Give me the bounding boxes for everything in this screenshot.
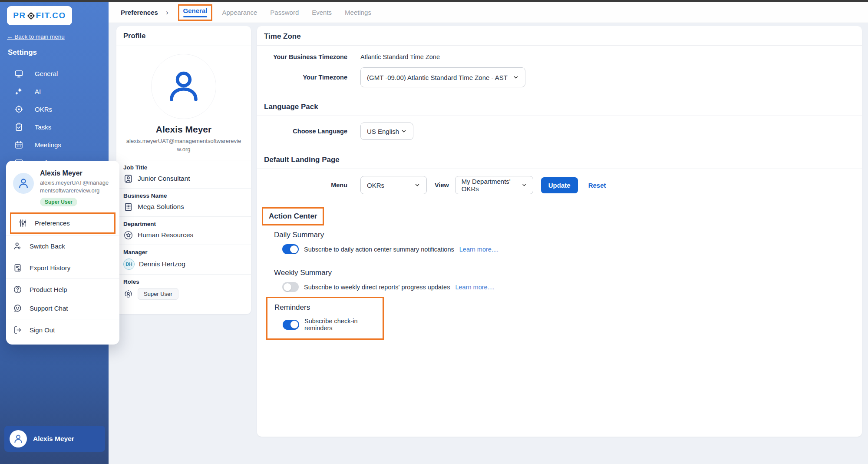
field-business-name: Business Name Mega Solutions: [116, 189, 251, 217]
view-label: View: [435, 182, 449, 189]
sidebar-item-ai[interactable]: AI: [0, 83, 109, 100]
reset-link[interactable]: Reset: [588, 182, 606, 189]
sidebar-heading: Settings: [8, 48, 37, 57]
field-value: Mega Solutions: [138, 203, 184, 211]
sidebar-user-button[interactable]: Alexis Meyer: [4, 426, 105, 452]
field-label: Business Name: [123, 192, 244, 199]
popup-item-label: Switch Back: [30, 242, 65, 250]
popup-item-sign-out[interactable]: Sign Out: [6, 321, 119, 339]
tab-general[interactable]: General: [183, 7, 208, 14]
weekly-learn-more-link[interactable]: Learn more....: [455, 284, 494, 291]
tab-password[interactable]: Password: [270, 9, 299, 16]
reminders-title: Reminders: [274, 303, 383, 312]
field-roles: Roles Super User: [116, 275, 251, 304]
tab-events[interactable]: Events: [312, 9, 332, 16]
daily-learn-more-link[interactable]: Learn more....: [459, 246, 498, 253]
your-timezone-label: Your Timezone: [257, 74, 347, 81]
person-icon: [17, 177, 30, 190]
export-document-icon: [13, 263, 22, 272]
sidebar-item-tasks[interactable]: Tasks: [0, 118, 109, 136]
chevron-down-icon: [401, 128, 407, 134]
profile-summary: Alexis Meyer alexis.meyerUAT@managements…: [116, 46, 251, 160]
field-label: Manager: [123, 249, 244, 255]
view-select[interactable]: My Departments' OKRs: [455, 176, 533, 194]
menu-select[interactable]: OKRs: [360, 176, 427, 194]
sidebar-item-okrs[interactable]: OKRs: [0, 100, 109, 118]
timezone-section-title: Time Zone: [264, 32, 862, 41]
language-section-title: Language Pack: [264, 103, 862, 111]
popup-item-label: Preferences: [35, 219, 70, 227]
chevron-down-icon: [513, 74, 519, 80]
monitor-icon: [14, 69, 23, 78]
sliders-icon: [18, 219, 27, 228]
field-manager: Manager DH Dennis Hertzog: [116, 245, 251, 275]
profitco-logo[interactable]: PR FIT.CO: [7, 6, 72, 25]
field-department: Department Human Resources: [116, 217, 251, 245]
reminders-toggle[interactable]: [283, 320, 299, 330]
clipboard-check-icon: [14, 123, 23, 132]
popup-item-preferences[interactable]: Preferences: [11, 214, 114, 232]
popup-item-export-history[interactable]: Export History: [6, 259, 119, 277]
popup-item-label: Sign Out: [30, 326, 55, 334]
timezone-select-value: (GMT -09.00) Atlantic Standard Time Zone…: [367, 74, 508, 81]
tab-meetings[interactable]: Meetings: [345, 9, 371, 16]
choose-language-row: Choose Language US English: [257, 123, 862, 140]
profile-avatar[interactable]: [151, 54, 216, 119]
action-center-annotation-box: Action Center: [262, 207, 324, 225]
popup-item-label: Support Chat: [30, 305, 68, 312]
tab-appearance[interactable]: Appearance: [222, 9, 257, 16]
star-circle-icon: [123, 230, 133, 240]
field-value: Human Resources: [138, 231, 193, 239]
divider: [6, 235, 119, 235]
sidebar-user-name: Alexis Meyer: [33, 435, 74, 443]
role-chip[interactable]: Super User: [138, 288, 178, 300]
back-to-main-menu-link[interactable]: ← Back to main menu: [7, 33, 65, 40]
popup-user-avatar: [13, 173, 34, 194]
reminders-annotation-box: Reminders Subscribe check-in reminders: [266, 297, 384, 340]
divider: [6, 278, 119, 279]
divider: [257, 116, 862, 116]
divider: [6, 319, 119, 319]
weekly-summary-toggle[interactable]: [282, 282, 299, 292]
business-timezone-value: Atlantic Standard Time Zone: [360, 53, 440, 60]
sidebar-item-meetings[interactable]: Meetings: [0, 136, 109, 154]
sidebar-item-general[interactable]: General: [0, 65, 109, 83]
popup-item-product-help[interactable]: Product Help: [6, 280, 119, 299]
weekly-summary-row: Subscribe to weekly direct reports' prog…: [282, 282, 862, 292]
chat-smiley-icon: [13, 304, 22, 313]
divider: [257, 169, 862, 169]
chevron-down-icon: [414, 182, 420, 188]
popup-item-support-chat[interactable]: Support Chat: [6, 299, 119, 318]
popup-item-switch-back[interactable]: Switch Back: [6, 237, 119, 255]
daily-summary-text: Subscribe to daily action center summary…: [304, 246, 454, 253]
sign-out-icon: [13, 325, 22, 335]
user-popup-menu: Alexis Meyer alexis.meyerUAT@managements…: [6, 161, 119, 345]
breadcrumb: Preferences: [121, 9, 158, 16]
preferences-annotation-box: Preferences: [10, 212, 116, 234]
general-tab-annotation-box: General: [178, 4, 213, 21]
sidebar-item-label: General: [35, 70, 58, 77]
sidebar-item-label: Meetings: [35, 141, 61, 149]
timezone-select[interactable]: (GMT -09.00) Atlantic Standard Time Zone…: [360, 67, 525, 87]
daily-summary-toggle[interactable]: [282, 244, 299, 254]
logo-text-right: FIT.CO: [36, 11, 66, 20]
building-icon: [123, 202, 133, 212]
sidebar-item-label: OKRs: [35, 106, 52, 113]
switch-user-icon: [13, 242, 22, 251]
reminders-text: Subscribe check-in reminders: [304, 318, 383, 331]
your-timezone-row: Your Timezone (GMT -09.00) Atlantic Stan…: [257, 67, 862, 87]
popup-user-summary: Alexis Meyer alexis.meyerUAT@managements…: [6, 169, 119, 206]
sparkles-icon: [14, 87, 23, 96]
profile-name: Alexis Meyer: [123, 124, 244, 135]
preferences-page: PR FIT.CO ← Back to main menu Settings G…: [0, 0, 868, 464]
language-select[interactable]: US English: [360, 123, 413, 140]
choose-language-label: Choose Language: [257, 128, 347, 135]
toggle-knob: [284, 283, 291, 291]
divider: [257, 45, 862, 46]
sidebar-item-label: AI: [35, 88, 41, 95]
divider: [6, 257, 119, 257]
update-button[interactable]: Update: [541, 177, 578, 193]
logo-text-left: PR: [13, 11, 26, 20]
landing-row: Menu OKRs View My Departments' OKRs Upda…: [257, 176, 862, 194]
chevron-down-icon: [521, 182, 527, 188]
